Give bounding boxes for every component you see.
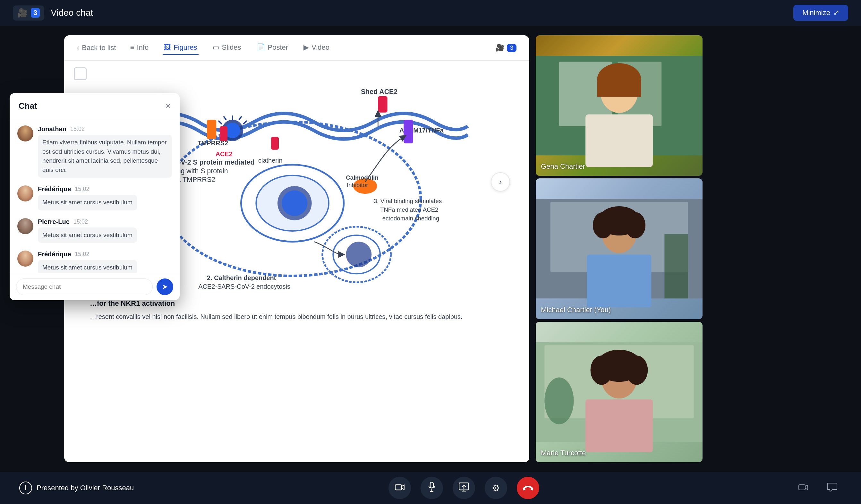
- svg-text:Inhibitor: Inhibitor: [347, 181, 368, 188]
- message-header-jonathan: Jonathan 15:02: [38, 125, 172, 133]
- camera-toggle-button[interactable]: [388, 477, 411, 499]
- chat-message-frederique-2: Frédérique 15:02 Metus sit amet cursus v…: [17, 250, 172, 273]
- back-to-list[interactable]: ‹ Back to list: [77, 44, 116, 52]
- section-heading: …for the NKR1 activation: [90, 299, 504, 308]
- svg-text:ACE2-SARS-CoV-2 endocytosis: ACE2-SARS-CoV-2 endocytosis: [198, 283, 290, 290]
- minimize-label: Minimize: [802, 9, 830, 17]
- participant-count: 3: [31, 8, 40, 18]
- message-content-frederique-2: Frédérique 15:02 Metus sit amet cursus v…: [38, 250, 172, 273]
- video-feed-gena: [536, 35, 702, 176]
- chat-message-pierreluc-1: Pierre-Luc 15:02 Metus sit amet cursus v…: [17, 218, 172, 243]
- svg-point-59: [626, 355, 648, 385]
- svg-rect-14: [271, 137, 279, 150]
- camera-right-icon: [798, 483, 808, 493]
- chat-button-right[interactable]: [822, 478, 842, 498]
- presenter-info: i Presented by Olivier Rousseau: [19, 481, 134, 494]
- chat-title: Chat: [18, 101, 37, 111]
- svg-point-54: [544, 377, 574, 424]
- sender-pierreluc-1: Pierre-Luc: [38, 218, 70, 226]
- svg-line-9: [243, 121, 247, 124]
- chat-right-icon: [827, 482, 837, 494]
- svg-rect-60: [395, 485, 401, 490]
- bottom-toolbar: i Presented by Olivier Rousseau: [0, 472, 861, 504]
- svg-text:Calmodulin: Calmodulin: [346, 174, 379, 181]
- participant-marie: Marie Turcotte: [536, 322, 702, 462]
- info-icon: ≡: [130, 43, 134, 52]
- back-label: Back to list: [82, 44, 116, 52]
- document-tabs: ‹ Back to list ≡ Info 🖼 Figures ▭ Slides…: [64, 35, 529, 61]
- svg-rect-27: [404, 120, 413, 143]
- svg-text:ACE2: ACE2: [216, 150, 233, 158]
- camera-toggle-icon: [395, 483, 405, 493]
- message-header-frederique-2: Frédérique 15:02: [38, 250, 172, 258]
- tab-slides[interactable]: ▭ Slides: [211, 41, 243, 55]
- svg-text:TMPRRS2: TMPRRS2: [197, 139, 228, 147]
- chat-message-jonathan: Jonathan 15:02 Etiam viverra finibus vul…: [17, 125, 172, 178]
- svg-rect-41: [585, 114, 653, 167]
- svg-point-51: [625, 212, 645, 239]
- video-feed-marie: [536, 322, 702, 462]
- sender-frederique-1: Frédérique: [38, 186, 71, 193]
- chat-message-frederique-1: Frédérique 15:02 Metus sit amet cursus v…: [17, 186, 172, 210]
- bubble-frederique-1: Metus sit amet cursus vestibulum: [38, 195, 137, 210]
- participant-gena: Gena Chartier: [536, 35, 702, 176]
- chat-panel: Chat × Jonathan 15:02 Etiam viverra fini…: [10, 93, 180, 300]
- chat-input[interactable]: [16, 278, 153, 295]
- participant-name-michael: Michael Chartier (You): [541, 306, 611, 314]
- tab-figures[interactable]: 🖼 Figures: [163, 41, 198, 55]
- bubble-frederique-2: Metus sit amet cursus vestibulum: [38, 260, 137, 273]
- svg-line-7: [223, 117, 226, 120]
- avatar-pierreluc-1: [17, 218, 33, 234]
- svg-rect-48: [587, 255, 652, 307]
- top-bar: 🎥 3 Video chat Minimize ⤢: [0, 0, 861, 26]
- participant-michael: Michael Chartier (You): [536, 178, 702, 319]
- svg-rect-46: [664, 234, 688, 299]
- slides-icon: ▭: [213, 43, 219, 52]
- avatar-frederique-1: [17, 186, 33, 202]
- svg-text:3. Viral binding stimulates: 3. Viral binding stimulates: [374, 197, 442, 204]
- time-frederique-2: 15:02: [75, 251, 89, 258]
- svg-rect-13: [207, 120, 216, 139]
- info-icon: i: [19, 481, 32, 494]
- top-bar-left: 🎥 3 Video chat: [13, 5, 93, 21]
- svg-text:2. Caltherin dependent: 2. Caltherin dependent: [207, 274, 276, 281]
- tab-info[interactable]: ≡ Info: [129, 41, 150, 55]
- bubble-jonathan: Etiam viverra finibus vulputate. Nullam …: [38, 135, 172, 178]
- minimize-icon: ⤢: [833, 9, 839, 17]
- viewer-info: 🎥 3: [496, 44, 517, 52]
- mic-icon: [428, 482, 436, 494]
- presenter-label: Presented by Olivier Rousseau: [37, 484, 134, 492]
- camera-button-right[interactable]: [794, 478, 813, 498]
- avatar-frederique-2: [17, 250, 33, 267]
- message-content-pierreluc-1: Pierre-Luc 15:02 Metus sit amet cursus v…: [38, 218, 172, 243]
- screen-share-button[interactable]: [453, 477, 475, 499]
- send-icon: ➤: [162, 283, 168, 291]
- settings-icon: ⚙: [492, 483, 500, 493]
- tab-video[interactable]: ▶ Video: [302, 41, 331, 55]
- svg-line-6: [218, 121, 222, 124]
- svg-rect-68: [522, 488, 526, 491]
- svg-rect-69: [530, 488, 533, 491]
- participant-name-marie: Marie Turcotte: [541, 449, 586, 457]
- svg-rect-56: [585, 399, 653, 452]
- chat-send-button[interactable]: ➤: [156, 278, 173, 295]
- time-jonathan: 15:02: [70, 126, 85, 133]
- tab-poster[interactable]: 📄 Poster: [255, 41, 290, 55]
- video-badge: 🎥 3: [13, 5, 44, 21]
- mic-toggle-button[interactable]: [421, 477, 443, 499]
- bubble-pierreluc-1: Metus sit amet cursus vestibulum: [38, 228, 137, 243]
- chat-header: Chat ×: [10, 93, 180, 119]
- message-content-frederique-1: Frédérique 15:02 Metus sit amet cursus v…: [38, 186, 172, 210]
- chat-close-button[interactable]: ×: [165, 101, 170, 111]
- minimize-button[interactable]: Minimize ⤢: [793, 5, 848, 21]
- next-figure-arrow[interactable]: ›: [491, 172, 510, 192]
- svg-point-50: [593, 212, 613, 239]
- poster-icon: 📄: [257, 43, 265, 52]
- back-chevron-icon: ‹: [77, 44, 79, 52]
- toolbar-right: [794, 478, 842, 498]
- chat-input-area: ➤: [10, 273, 180, 300]
- hangup-button[interactable]: [517, 477, 539, 499]
- participant-name-gena: Gena Chartier: [541, 162, 585, 171]
- settings-button[interactable]: ⚙: [485, 477, 507, 499]
- svg-point-36: [346, 242, 371, 267]
